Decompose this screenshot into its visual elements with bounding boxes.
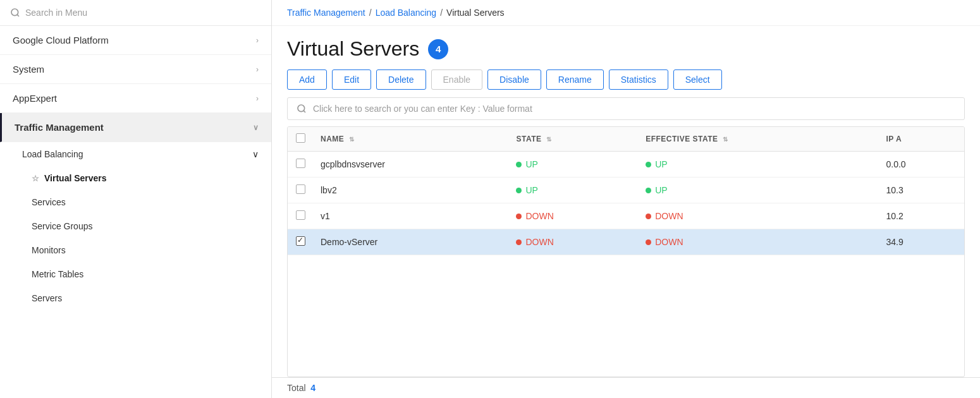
table-row[interactable]: lbv2 UP UP 10.3 xyxy=(288,178,964,203)
search-bar[interactable]: Click here to search or you can enter Ke… xyxy=(287,97,965,120)
breadcrumb-load-balancing[interactable]: Load Balancing xyxy=(376,8,437,18)
select-all-checkbox[interactable] xyxy=(296,133,305,143)
star-icon: ☆ xyxy=(32,174,39,183)
search-icon xyxy=(10,8,20,18)
row-name: gcplbdnsvserver xyxy=(313,152,508,178)
sort-icon: ⇅ xyxy=(349,136,355,143)
delete-button[interactable]: Delete xyxy=(376,69,426,90)
row-checkbox[interactable] xyxy=(296,236,305,246)
add-button[interactable]: Add xyxy=(287,69,327,90)
row-ip: 0.0.0 xyxy=(878,152,964,178)
sidebar-sub-item-virtual-servers[interactable]: ☆ Virtual Servers xyxy=(0,166,271,190)
table-row[interactable]: gcplbdnsvserver UP UP 0.0.0 xyxy=(288,152,964,178)
row-checkbox-cell[interactable] xyxy=(288,152,313,178)
table-body: gcplbdnsvserver UP UP 0.0.0 lbv2 UP UP 1… xyxy=(288,152,964,255)
sidebar-item-traffic-management[interactable]: Traffic Management ∨ xyxy=(0,113,271,142)
row-checkbox[interactable] xyxy=(296,184,305,194)
statistics-button[interactable]: Statistics xyxy=(609,69,668,90)
status-dot-green xyxy=(516,188,522,193)
col-state[interactable]: STATE ⇅ xyxy=(508,127,638,152)
row-state: DOWN xyxy=(508,203,638,229)
status-badge: DOWN xyxy=(516,237,630,247)
sidebar-search[interactable]: Search in Menu xyxy=(0,0,271,26)
sidebar-item-label: Traffic Management xyxy=(15,122,104,133)
status-badge: DOWN xyxy=(646,237,871,247)
page-header: Virtual Servers 4 xyxy=(272,26,980,69)
row-checkbox-cell[interactable] xyxy=(288,178,313,203)
status-dot-green xyxy=(646,188,651,193)
sidebar-label: Virtual Servers xyxy=(44,173,107,183)
edit-button[interactable]: Edit xyxy=(332,69,371,90)
breadcrumb: Traffic Management / Load Balancing / Vi… xyxy=(272,0,980,26)
chevron-down-icon: ∨ xyxy=(253,123,259,132)
status-badge: DOWN xyxy=(516,211,630,221)
toolbar: Add Edit Delete Enable Disable Rename St… xyxy=(272,69,980,97)
chevron-down-icon: ∨ xyxy=(252,149,259,159)
search-placeholder: Search in Menu xyxy=(25,8,87,18)
row-checkbox-cell[interactable] xyxy=(288,229,313,255)
sidebar-sub-item-services[interactable]: Services xyxy=(0,190,271,214)
rename-button[interactable]: Rename xyxy=(546,69,604,90)
count-badge: 4 xyxy=(428,39,448,59)
table-container: NAME ⇅ STATE ⇅ EFFECTIVE STATE ⇅ IP A xyxy=(287,126,965,377)
disable-button[interactable]: Disable xyxy=(487,69,541,90)
row-checkbox-cell[interactable] xyxy=(288,203,313,229)
table-row[interactable]: Demo-vServer DOWN DOWN 34.9 xyxy=(288,229,964,255)
row-state: DOWN xyxy=(508,229,638,255)
main-content: Traffic Management / Load Balancing / Vi… xyxy=(272,0,980,398)
sidebar-sub-item-monitors[interactable]: Monitors xyxy=(0,238,271,262)
row-checkbox[interactable] xyxy=(296,210,305,220)
sidebar-sub-item-load-balancing[interactable]: Load Balancing ∨ xyxy=(0,142,271,166)
row-ip: 10.2 xyxy=(878,203,964,229)
row-effective-state: UP xyxy=(638,178,878,203)
row-ip: 10.3 xyxy=(878,178,964,203)
col-ip[interactable]: IP A xyxy=(878,127,964,152)
breadcrumb-traffic-management[interactable]: Traffic Management xyxy=(287,8,365,18)
footer-count: 4 xyxy=(310,383,315,393)
col-effective-state[interactable]: EFFECTIVE STATE ⇅ xyxy=(638,127,878,152)
virtual-servers-table: NAME ⇅ STATE ⇅ EFFECTIVE STATE ⇅ IP A xyxy=(288,127,964,255)
status-dot-red xyxy=(646,239,651,245)
status-badge: UP xyxy=(646,185,871,195)
breadcrumb-sep: / xyxy=(440,8,443,18)
row-name: v1 xyxy=(313,203,508,229)
row-effective-state: DOWN xyxy=(638,229,878,255)
status-dot-red xyxy=(516,214,522,219)
table-row[interactable]: v1 DOWN DOWN 10.2 xyxy=(288,203,964,229)
footer-label: Total xyxy=(287,383,306,393)
row-state: UP xyxy=(508,178,638,203)
sidebar-item-label: System xyxy=(13,64,44,75)
row-name: lbv2 xyxy=(313,178,508,203)
select-button[interactable]: Select xyxy=(673,69,722,90)
sidebar-submenu: Load Balancing ∨ ☆ Virtual Servers Servi… xyxy=(0,142,271,310)
page-title: Virtual Servers xyxy=(287,37,419,61)
sidebar-item-system[interactable]: System › xyxy=(0,55,271,84)
row-checkbox[interactable] xyxy=(296,159,305,168)
sidebar-item-google-cloud[interactable]: Google Cloud Platform › xyxy=(0,26,271,55)
chevron-right-icon: › xyxy=(256,94,259,103)
search-icon xyxy=(297,104,307,114)
table-footer: Total 4 xyxy=(272,377,980,398)
sidebar: Search in Menu Google Cloud Platform › S… xyxy=(0,0,272,398)
chevron-right-icon: › xyxy=(256,65,259,74)
status-dot-red xyxy=(516,239,522,245)
sidebar-label: Metric Tables xyxy=(32,269,83,279)
enable-button[interactable]: Enable xyxy=(431,69,483,90)
sidebar-sub-item-servers[interactable]: Servers xyxy=(0,286,271,310)
sort-icon: ⇅ xyxy=(546,136,552,143)
sidebar-item-label: Google Cloud Platform xyxy=(13,35,109,45)
sidebar-item-appexpert[interactable]: AppExpert › xyxy=(0,84,271,113)
svg-line-3 xyxy=(303,111,305,112)
svg-point-0 xyxy=(11,9,18,16)
search-placeholder: Click here to search or you can enter Ke… xyxy=(313,104,532,114)
status-dot-green xyxy=(516,162,522,167)
table-header-row: NAME ⇅ STATE ⇅ EFFECTIVE STATE ⇅ IP A xyxy=(288,127,964,152)
sidebar-sub-item-metric-tables[interactable]: Metric Tables xyxy=(0,262,271,286)
status-badge: UP xyxy=(516,159,630,169)
status-badge: UP xyxy=(646,159,871,169)
sidebar-label: Services xyxy=(32,197,66,207)
sidebar-sub-item-service-groups[interactable]: Service Groups xyxy=(0,214,271,238)
col-checkbox xyxy=(288,127,313,152)
col-name[interactable]: NAME ⇅ xyxy=(313,127,508,152)
sidebar-label: Service Groups xyxy=(32,221,92,231)
